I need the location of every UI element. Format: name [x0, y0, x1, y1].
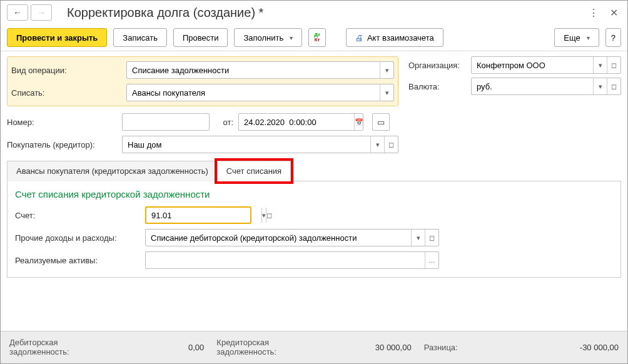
currency-dropdown-icon[interactable]: ▾	[593, 78, 607, 94]
fill-button[interactable]: Заполнить	[234, 28, 302, 47]
op-type-dropdown-icon[interactable]: ▾	[380, 62, 393, 78]
currency-label: Валюта:	[408, 82, 466, 91]
tab-advances[interactable]: Авансы покупателя (кредиторская задолжен…	[7, 161, 218, 181]
date-extra-button[interactable]: ▭	[372, 113, 390, 131]
diff-value: -30 000,00	[463, 343, 619, 352]
act-label: Акт взаимозачета	[367, 33, 434, 43]
dtkt-button[interactable]: ДтКт	[308, 28, 326, 47]
buyer-label: Покупатель (кредитор):	[7, 140, 117, 149]
account-label: Счет:	[15, 211, 140, 220]
date-label: от:	[215, 118, 233, 127]
nav-back-button[interactable]: ←	[7, 4, 28, 21]
close-icon[interactable]: ✕	[606, 5, 621, 20]
writeoff-dropdown-icon[interactable]: ▾	[380, 84, 393, 101]
help-button[interactable]: ?	[605, 28, 621, 47]
tab-writeoff-account[interactable]: Счет списания	[217, 161, 291, 181]
debit-label: Дебиторская задолженность:	[9, 338, 69, 357]
nav-forward-button[interactable]: →	[31, 4, 52, 21]
currency-input[interactable]	[472, 78, 593, 94]
save-button[interactable]: Записать	[113, 28, 167, 47]
assets-open-icon[interactable]: …	[425, 252, 438, 268]
account-dropdown-icon[interactable]: ▾	[261, 208, 266, 223]
op-type-label: Вид операции:	[11, 66, 121, 75]
buyer-open-icon[interactable]: ◻	[384, 136, 398, 153]
currency-open-icon[interactable]: ◻	[607, 78, 620, 94]
dtkt-icon: ДтКт	[314, 33, 320, 43]
assets-label: Реализуемые активы:	[15, 256, 140, 265]
menu-icon[interactable]: ⋮	[586, 5, 601, 20]
buyer-input[interactable]	[123, 136, 370, 153]
section-title: Счет списания кредиторской задолженности	[15, 189, 613, 200]
credit-value: 30 000,00	[281, 343, 412, 352]
post-and-close-button[interactable]: Провести и закрыть	[7, 28, 107, 47]
credit-label: Кредиторская задолженность:	[216, 338, 276, 357]
writeoff-input[interactable]	[127, 84, 380, 101]
window-title: Корректировка долга (создание) *	[67, 6, 581, 20]
account-open-icon[interactable]: ◻	[266, 208, 272, 223]
op-type-input[interactable]	[127, 62, 380, 78]
org-label: Организация:	[408, 61, 466, 70]
other-input[interactable]	[146, 230, 411, 246]
diff-label: Разница:	[424, 343, 458, 353]
other-dropdown-icon[interactable]: ▾	[411, 230, 425, 246]
other-open-icon[interactable]: ◻	[425, 230, 438, 246]
writeoff-label: Списать:	[11, 88, 121, 98]
other-label: Прочие доходы и расходы:	[15, 233, 140, 243]
post-button[interactable]: Провести	[173, 28, 228, 47]
act-button[interactable]: 🖨 Акт взаимозачета	[346, 28, 443, 47]
number-label: Номер:	[7, 118, 117, 127]
org-open-icon[interactable]: ◻	[607, 57, 620, 73]
org-input[interactable]	[472, 57, 593, 73]
calendar-icon[interactable]: 📅	[354, 114, 363, 130]
debit-value: 0,00	[74, 343, 205, 352]
buyer-dropdown-icon[interactable]: ▾	[370, 136, 384, 153]
account-input[interactable]	[146, 208, 261, 223]
date-input[interactable]	[239, 114, 354, 130]
org-dropdown-icon[interactable]: ▾	[593, 57, 607, 73]
more-button[interactable]: Еще	[554, 28, 599, 47]
assets-input[interactable]	[146, 252, 425, 268]
print-icon: 🖨	[355, 33, 363, 43]
